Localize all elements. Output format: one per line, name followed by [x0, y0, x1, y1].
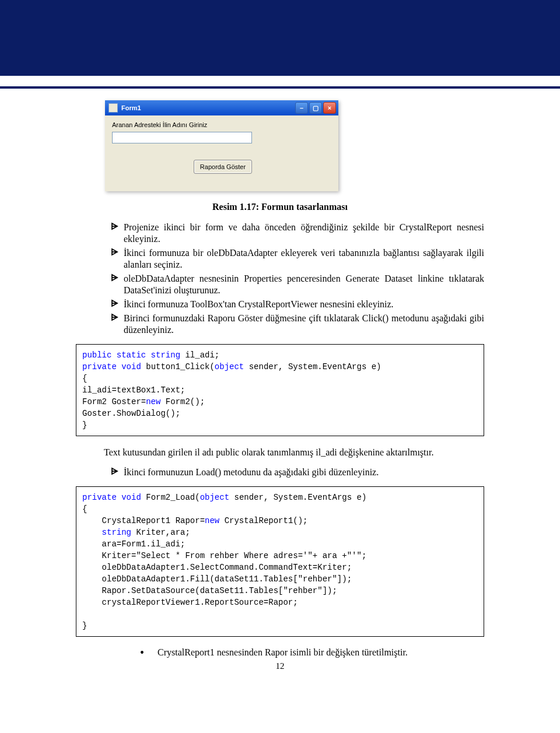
- code: [82, 528, 102, 537]
- bullet-item: İkinci formunuza ToolBox'tan CrystalRepo…: [111, 299, 484, 310]
- code: oleDbDataAdapter1.Fill(dataSet11.Tables[…: [82, 574, 352, 584]
- kw: new: [146, 397, 160, 406]
- arrow-icon: [111, 222, 124, 233]
- bullet-text: İkinci formunuza ToolBox'tan CrystalRepo…: [124, 299, 484, 310]
- bullet-item: oleDbDataAdapter nesnesinin Properties p…: [111, 273, 484, 296]
- bullet-text: Birinci formunuzdaki Raporu Göster düğme…: [124, 313, 484, 336]
- bullet-list-2: İkinci formunuzun Load() metodunu da aşa…: [111, 467, 484, 478]
- code: Kriter="Select * From rehber Where adres…: [82, 551, 366, 560]
- arrow-icon: [111, 467, 124, 478]
- kw: public static string: [82, 350, 180, 360]
- code: sender, System.EventArgs e): [229, 493, 366, 502]
- header-band: [0, 0, 560, 76]
- code: Form2_Load(: [141, 493, 200, 502]
- window-titlebar: Form1 – ▢ ×: [105, 100, 338, 115]
- arrow-icon: [111, 247, 124, 259]
- paragraph-1: Text kutusundan girilen il adı public ol…: [76, 447, 484, 458]
- app-icon: [108, 103, 118, 113]
- city-input[interactable]: [112, 132, 252, 143]
- code: il_adi=textBox1.Text;: [82, 385, 185, 395]
- bullet-item: İkinci formunuzun Load() metodunu da aşa…: [111, 467, 484, 478]
- kw: object: [200, 493, 229, 502]
- kw: new: [205, 516, 219, 525]
- window-buttons: – ▢ ×: [295, 102, 336, 114]
- dot-bullet-text: CrystalReport1 nesnesinden Rapor isimli …: [158, 647, 408, 658]
- bullet-list-1: Projenize ikinci bir form ve daha öncede…: [111, 222, 484, 336]
- kw: object: [215, 362, 244, 371]
- maximize-button[interactable]: ▢: [309, 102, 322, 114]
- header-line: [0, 86, 560, 89]
- windows-form: Form1 – ▢ × Aranan Adresteki İlin Adını …: [105, 100, 338, 191]
- arrow-icon: [111, 299, 124, 310]
- kw: string: [102, 528, 131, 537]
- close-button[interactable]: ×: [323, 102, 336, 114]
- code: Rapor.SetDataSource(dataSet11.Tables["re…: [82, 586, 337, 595]
- bullet-text: oleDbDataAdapter nesnesinin Properties p…: [124, 273, 484, 296]
- code: button1_Click(: [141, 362, 215, 371]
- minimize-button[interactable]: –: [295, 102, 308, 114]
- page-number: 12: [76, 661, 484, 671]
- code: {: [82, 504, 87, 514]
- arrow-icon: [111, 273, 124, 285]
- code: }: [82, 420, 87, 430]
- bullet-item: Birinci formunuzdaki Raporu Göster düğme…: [111, 313, 484, 336]
- code: Form2();: [160, 397, 205, 406]
- bullet-text: İkinci formunuzun Load() metodunu da aşa…: [124, 467, 484, 478]
- code: CrystalReport1();: [219, 516, 307, 525]
- figure-caption: Resim 1.17: Formun tasarlanması: [76, 202, 484, 212]
- dot-bullet: • CrystalReport1 nesnesinden Rapor isiml…: [140, 647, 484, 658]
- bullet-text: İkinci formunuza bir oleDbDataAdapter ek…: [124, 247, 484, 271]
- code: oleDbDataAdapter1.SelectCommand.CommandT…: [82, 563, 352, 572]
- form-label: Aranan Adresteki İlin Adını Giriniz: [112, 121, 331, 128]
- header-gap: [0, 76, 560, 86]
- page-content: Form1 – ▢ × Aranan Adresteki İlin Adını …: [0, 100, 560, 689]
- kw: private void: [82, 493, 141, 502]
- code-block-1: public static string il_adi; private voi…: [76, 344, 484, 436]
- code: Kriter,ara;: [131, 528, 190, 537]
- code-block-2: private void Form2_Load(object sender, S…: [76, 486, 484, 637]
- show-report-button-label: Raporda Göster: [200, 163, 246, 170]
- window-title: Form1: [121, 104, 295, 111]
- code: ara=Form1.il_adi;: [82, 539, 185, 549]
- window-body: Aranan Adresteki İlin Adını Giriniz Rapo…: [105, 115, 338, 191]
- code: CrystalReport1 Rapor=: [82, 516, 205, 525]
- code: }: [82, 621, 87, 630]
- code: {: [82, 374, 87, 383]
- kw: private void: [82, 362, 141, 371]
- bullet-text: Projenize ikinci bir form ve daha öncede…: [124, 222, 484, 245]
- code: sender, System.EventArgs e): [244, 362, 381, 371]
- show-report-button[interactable]: Raporda Göster: [194, 160, 252, 174]
- code: Goster.ShowDialog();: [82, 409, 180, 418]
- code: crystalReportViewer1.ReportSource=Rapor;: [82, 598, 298, 607]
- bullet-dot-icon: •: [140, 647, 158, 658]
- arrow-icon: [111, 313, 124, 324]
- code: il_adi;: [180, 350, 219, 360]
- paragraph-text: Text kutusundan girilen il adı public ol…: [104, 447, 433, 457]
- code: Form2 Goster=: [82, 397, 146, 406]
- bullet-item: Projenize ikinci bir form ve daha öncede…: [111, 222, 484, 245]
- bullet-item: İkinci formunuza bir oleDbDataAdapter ek…: [111, 247, 484, 271]
